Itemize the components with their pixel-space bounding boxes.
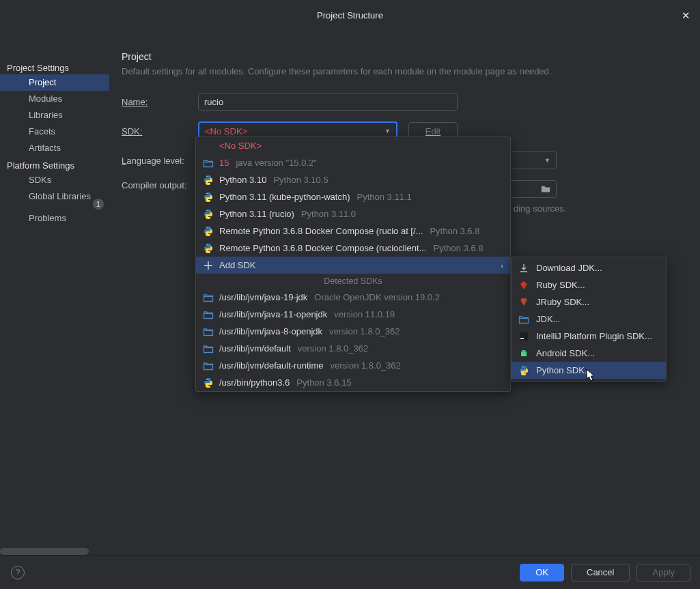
folder-icon xyxy=(203,326,214,337)
add-sdk-item[interactable]: Add SDK › xyxy=(196,257,510,274)
svg-point-17 xyxy=(524,373,525,374)
name-label: Name: xyxy=(122,97,198,107)
detected-sdk-option[interactable]: /usr/lib/jvm/java-19-jdkOracle OpenJDK v… xyxy=(196,289,510,306)
python-icon xyxy=(203,209,214,220)
folder-icon xyxy=(203,309,214,320)
add-sdk-option-jruby-sdk[interactable]: JRuby SDK... xyxy=(512,293,666,311)
svg-point-9 xyxy=(209,251,210,252)
sdk-option-no-sdk[interactable]: <No SDK> xyxy=(196,137,510,154)
folder-icon xyxy=(541,184,550,194)
jruby-icon xyxy=(518,297,529,308)
chevron-down-icon: ▼ xyxy=(384,128,391,134)
sidebar-item-libraries[interactable]: Libraries xyxy=(0,107,109,124)
sdk-option[interactable]: Python 3.11 (kube-python-watch)Python 3.… xyxy=(196,188,510,205)
ok-button[interactable]: OK xyxy=(520,564,564,581)
page-subtitle: Default settings for all modules. Config… xyxy=(122,66,686,76)
folder-icon xyxy=(203,343,214,354)
sidebar-item-artifacts[interactable]: Artifacts xyxy=(0,140,109,156)
bottom-bar: ? OK Cancel Apply xyxy=(0,555,700,589)
sidebar-heading-platform-settings: Platform Settings xyxy=(0,159,109,172)
sidebar: Project Settings ProjectModulesLibraries… xyxy=(0,31,109,555)
sdk-option[interactable]: Python 3.10Python 3.10.5 xyxy=(196,171,510,188)
python-icon xyxy=(203,226,214,237)
python-icon xyxy=(203,377,214,388)
apply-button[interactable]: Apply xyxy=(636,564,690,581)
add-sdk-option-ruby-sdk[interactable]: Ruby SDK... xyxy=(512,276,666,293)
problems-badge: 1 xyxy=(93,199,104,210)
sidebar-item-facets[interactable]: Facets xyxy=(0,124,109,140)
sidebar-item-project[interactable]: Project xyxy=(0,74,109,91)
svg-point-15 xyxy=(524,351,525,351)
detected-sdks-header: Detected SDKs xyxy=(196,274,510,289)
svg-point-3 xyxy=(209,200,210,201)
svg-point-11 xyxy=(209,386,210,386)
svg-rect-12 xyxy=(520,332,528,341)
sdk-select-value: <No SDK> xyxy=(205,126,247,137)
sidebar-item-modules[interactable]: Modules xyxy=(0,91,109,107)
detected-sdk-option[interactable]: /usr/lib/jvm/java-11-openjdkversion 11.0… xyxy=(196,306,510,323)
detected-sdk-option[interactable]: /usr/bin/python3.6Python 3.6.15 xyxy=(196,374,510,391)
add-sdk-option-download-jdk[interactable]: Download JDK... xyxy=(512,259,666,276)
svg-point-0 xyxy=(206,176,207,177)
svg-point-14 xyxy=(522,351,522,351)
download-icon xyxy=(518,263,529,274)
svg-point-10 xyxy=(206,379,207,379)
chevron-right-icon: › xyxy=(501,261,503,270)
sdk-option[interactable]: 15java version "15.0.2" xyxy=(196,154,510,171)
compiler-output-label: Compiler output: xyxy=(122,180,198,190)
svg-rect-13 xyxy=(520,338,524,339)
sdk-option[interactable]: Python 3.11 (rucio)Python 3.11.0 xyxy=(196,205,510,222)
svg-point-8 xyxy=(206,244,207,245)
svg-point-5 xyxy=(209,217,210,218)
python-icon xyxy=(203,243,214,254)
sidebar-item-problems[interactable]: Problems xyxy=(0,212,109,225)
detected-sdk-option[interactable]: /usr/lib/jvm/java-8-openjdkversion 1.8.0… xyxy=(196,323,510,340)
intellij-icon xyxy=(518,331,529,342)
sdk-dropdown[interactable]: <No SDK> 15java version "15.0.2"Python 3… xyxy=(195,137,511,392)
python-icon xyxy=(203,192,214,203)
plus-icon xyxy=(203,260,214,271)
dialog-title: Project Structure xyxy=(317,10,383,20)
python-icon xyxy=(203,175,214,186)
add-sdk-option-android-sdk[interactable]: Android SDK... xyxy=(512,345,666,362)
folder-icon xyxy=(203,292,214,303)
cancel-button[interactable]: Cancel xyxy=(571,564,630,581)
add-sdk-submenu[interactable]: Download JDK...Ruby SDK...JRuby SDK...JD… xyxy=(511,257,667,382)
sidebar-item-label: Problems xyxy=(29,213,66,223)
language-level-label: Language level: xyxy=(122,156,198,166)
sdk-option[interactable]: Remote Python 3.6.8 Docker Compose (ruci… xyxy=(196,222,510,240)
android-icon xyxy=(518,348,529,359)
help-icon[interactable]: ? xyxy=(11,566,25,579)
sdk-option[interactable]: Remote Python 3.6.8 Docker Compose (ruci… xyxy=(196,240,510,257)
sidebar-scrollbar[interactable] xyxy=(0,548,89,555)
folder-icon xyxy=(203,360,214,371)
chevron-down-icon: ▼ xyxy=(544,157,550,164)
sidebar-heading-project-settings: Project Settings xyxy=(0,61,109,74)
page-title: Project xyxy=(122,51,686,62)
add-sdk-option-python-sdk[interactable]: Python SDK... xyxy=(512,362,666,379)
add-sdk-option-intellij-platform-plugin-sdk[interactable]: IntelliJ Platform Plugin SDK... xyxy=(512,328,666,345)
project-name-input[interactable] xyxy=(198,93,458,111)
svg-point-1 xyxy=(209,183,210,184)
add-sdk-option-jdk[interactable]: JDK... xyxy=(512,311,666,328)
python-icon xyxy=(518,365,529,376)
svg-point-7 xyxy=(209,234,210,235)
folder-icon xyxy=(518,314,529,325)
folder-icon xyxy=(203,158,214,169)
svg-point-6 xyxy=(206,227,207,228)
detected-sdk-option[interactable]: /usr/lib/jvm/default-runtimeversion 1.8.… xyxy=(196,357,510,374)
close-icon[interactable]: ✕ xyxy=(682,10,690,22)
svg-point-2 xyxy=(206,193,207,194)
svg-point-4 xyxy=(206,210,207,211)
title-bar: Project Structure ✕ xyxy=(0,0,700,31)
detected-sdk-option[interactable]: /usr/lib/jvm/defaultversion 1.8.0_362 xyxy=(196,340,510,357)
sdk-label: SDK: xyxy=(122,126,198,137)
sidebar-item-sdks[interactable]: SDKs xyxy=(0,172,109,188)
svg-point-16 xyxy=(522,367,522,367)
ruby-icon xyxy=(518,280,529,291)
